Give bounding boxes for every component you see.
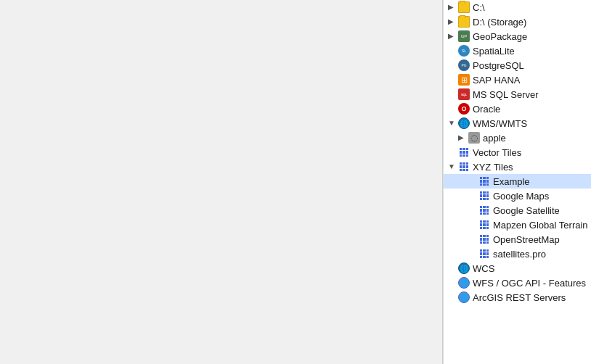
label-example: Example (493, 176, 530, 187)
tree-item-google-maps[interactable]: Google Maps (444, 189, 591, 203)
tree-item-example[interactable]: Example (444, 174, 591, 189)
icon-satellites-pro (478, 248, 490, 260)
tree-item-saphana[interactable]: SAP HANA (444, 73, 591, 87)
tree-item-mssql[interactable]: MS SQL Server (444, 87, 591, 102)
icon-oracle (458, 103, 470, 115)
arrow-xyz-tiles[interactable] (448, 162, 457, 171)
tree-item-geopackage[interactable]: GeoPackage (444, 29, 591, 44)
icon-mssql (458, 88, 470, 100)
arrow-c-drive[interactable] (448, 3, 457, 12)
icon-openstreetmap (478, 233, 490, 245)
icon-apple (468, 132, 480, 144)
tree-item-d-storage[interactable]: D:\ (Storage) (444, 15, 591, 29)
icon-wcs (458, 262, 470, 274)
arrow-wms-wmts[interactable] (448, 119, 457, 128)
label-c-drive: C:\ (473, 2, 485, 13)
label-vector-tiles: Vector Tiles (473, 147, 521, 158)
tree-item-apple[interactable]: apple (444, 131, 591, 145)
label-mapzen-terrain: Mapzen Global Terrain (493, 220, 588, 231)
icon-geopackage (458, 30, 470, 42)
left-panel (0, 0, 443, 364)
arrow-geopackage[interactable] (448, 32, 457, 41)
label-wcs: WCS (473, 263, 494, 274)
icon-saphana (458, 74, 470, 86)
tree-item-arcgis-rest[interactable]: ArcGIS REST Servers (444, 290, 591, 305)
tree-item-vector-tiles[interactable]: Vector Tiles (444, 145, 591, 160)
tree-item-postgresql[interactable]: PostgreSQL (444, 58, 591, 73)
icon-google-satellite (478, 204, 490, 216)
icon-xyz-tiles (458, 161, 470, 173)
label-arcgis-rest: ArcGIS REST Servers (473, 292, 566, 303)
icon-example (478, 175, 490, 187)
icon-postgresql (458, 59, 470, 71)
label-google-satellite: Google Satellite (493, 205, 560, 216)
label-mssql: MS SQL Server (473, 89, 539, 100)
label-oracle: Oracle (473, 104, 500, 115)
icon-arcgis-rest (458, 291, 470, 303)
label-satellites-pro: satellites.pro (493, 249, 546, 260)
arrow-apple[interactable] (458, 133, 467, 142)
label-openstreetmap: OpenStreetMap (493, 234, 560, 245)
icon-wms-wmts (458, 117, 470, 129)
label-google-maps: Google Maps (493, 191, 549, 202)
icon-wfs-ogc (458, 277, 470, 289)
tree-item-c-drive[interactable]: C:\ (444, 0, 591, 15)
label-spatialite: SpatiaLite (473, 46, 515, 57)
icon-c-drive (458, 1, 470, 13)
tree-item-satellites-pro[interactable]: satellites.pro (444, 247, 591, 261)
tree-item-wms-wmts[interactable]: WMS/WMTS (444, 116, 591, 131)
tree-item-wfs-ogc[interactable]: WFS / OGC API - Features (444, 276, 591, 290)
tree-item-spatialite[interactable]: SpatiaLite (444, 44, 591, 58)
arrow-d-storage[interactable] (448, 17, 457, 26)
icon-vector-tiles (458, 146, 470, 158)
icon-spatialite (458, 45, 470, 57)
label-d-storage: D:\ (Storage) (473, 17, 526, 28)
tree-item-openstreetmap[interactable]: OpenStreetMap (444, 232, 591, 247)
data-source-tree[interactable]: C:\D:\ (Storage)GeoPackageSpatiaLitePost… (443, 0, 591, 364)
label-wms-wmts: WMS/WMTS (473, 118, 527, 129)
label-wfs-ogc: WFS / OGC API - Features (473, 278, 586, 289)
label-saphana: SAP HANA (473, 75, 521, 86)
label-apple: apple (483, 133, 506, 144)
label-xyz-tiles: XYZ Tiles (473, 162, 513, 173)
icon-d-storage (458, 16, 470, 28)
tree-item-google-satellite[interactable]: Google Satellite (444, 203, 591, 218)
icon-mapzen-terrain (478, 219, 490, 231)
tree-item-xyz-tiles[interactable]: XYZ Tiles (444, 160, 591, 174)
tree-item-mapzen-terrain[interactable]: Mapzen Global Terrain (444, 218, 591, 232)
label-geopackage: GeoPackage (473, 31, 527, 42)
tree-item-oracle[interactable]: Oracle (444, 102, 591, 116)
tree-item-wcs[interactable]: WCS (444, 261, 591, 276)
label-postgresql: PostgreSQL (473, 60, 524, 71)
icon-google-maps (478, 190, 490, 202)
